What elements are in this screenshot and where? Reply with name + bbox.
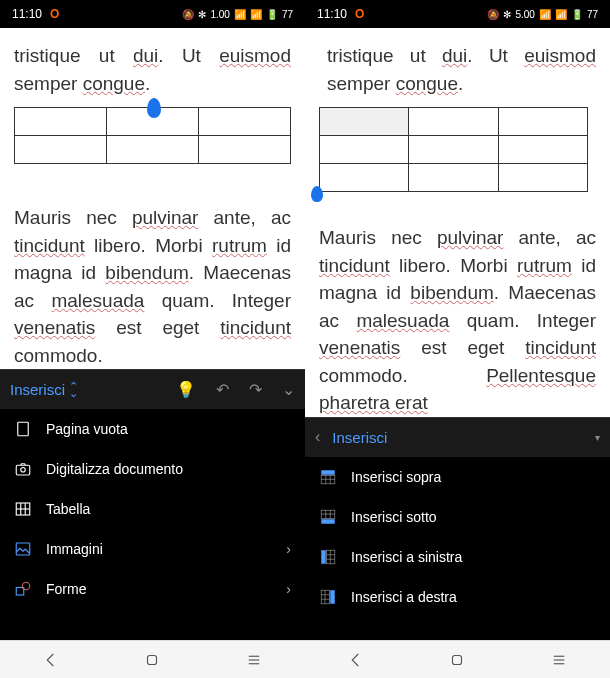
menu-insert-below[interactable]: Inserisci sotto [305,497,610,537]
menu-images[interactable]: Immagini › [0,529,305,569]
svg-rect-1 [16,466,30,476]
status-time: 11:10 [12,7,42,21]
svg-rect-10 [148,655,157,664]
status-bar: 11:10 O 🔕✻5.00📶📶🔋77 [305,0,610,28]
document-body[interactable]: Mauris nec pulvinar ante, ac tincidunt l… [0,172,305,369]
nav-bar [305,640,610,678]
toolbar-tab-insert[interactable]: Inserisci ⌃⌄ [10,381,78,398]
undo-icon[interactable]: ↶ [216,380,229,399]
doc-paragraph-1[interactable]: tristique ut dui. Ut euismod semper cong… [14,42,291,97]
toolbar-tab-insert[interactable]: Inserisci [332,429,387,446]
nav-back-icon[interactable] [347,651,365,669]
nav-home-icon[interactable] [448,651,466,669]
menu-scan-document[interactable]: Digitalizza documento [0,449,305,489]
table-insert-menu: Inserisci sopra Inserisci sotto Inserisc… [305,457,610,640]
svg-rect-0 [18,423,29,437]
collapse-icon[interactable]: ⌄ [282,380,295,399]
nav-back-icon[interactable] [42,651,60,669]
menu-insert-left[interactable]: Inserisci a sinistra [305,537,610,577]
svg-rect-14 [321,470,335,475]
toolbar: ‹ Inserisci ▾ [305,417,610,457]
insert-col-left-icon [319,548,337,566]
back-icon[interactable]: ‹ [315,428,320,446]
nav-recent-icon[interactable] [245,651,263,669]
nav-recent-icon[interactable] [550,651,568,669]
nav-bar [0,640,305,678]
doc-paragraph-2[interactable]: Mauris nec pulvinar ante, ac tincidunt l… [14,204,291,369]
doc-table[interactable] [319,107,588,192]
svg-rect-34 [453,655,462,664]
hint-icon[interactable]: 💡 [176,380,196,399]
cursor-handle-icon[interactable] [147,98,161,118]
nav-home-icon[interactable] [143,651,161,669]
doc-paragraph-1[interactable]: tristique ut dui. Ut euismod semper cong… [327,42,596,97]
phone-left: 11:10 O 🔕✻1.00📶📶🔋77 tristique ut dui. Ut… [0,0,305,678]
document-body[interactable]: Mauris nec pulvinar ante, ac tincidunt l… [305,200,610,417]
insert-col-right-icon [319,588,337,606]
collapse-icon[interactable]: ▾ [595,432,600,443]
cursor-handle-icon[interactable] [311,186,323,202]
menu-blank-page[interactable]: Pagina vuota [0,409,305,449]
toolbar: Inserisci ⌃⌄ 💡 ↶ ↷ ⌄ [0,369,305,409]
menu-insert-right[interactable]: Inserisci a destra [305,577,610,617]
status-bar: 11:10 O 🔕✻1.00📶📶🔋77 [0,0,305,28]
status-badge: O [50,7,59,21]
svg-rect-24 [321,550,326,564]
svg-point-9 [22,583,30,591]
camera-icon [14,460,32,478]
redo-icon[interactable]: ↷ [249,380,262,399]
status-icons: 🔕✻1.00📶📶🔋77 [182,9,293,20]
svg-rect-29 [330,590,335,604]
phone-right: 11:10 O 🔕✻5.00📶📶🔋77 tristique ut dui. Ut… [305,0,610,678]
shapes-icon [14,580,32,598]
status-badge: O [355,7,364,21]
document-area[interactable]: tristique ut dui. Ut euismod semper cong… [0,28,305,172]
menu-table[interactable]: Tabella [0,489,305,529]
menu-shapes[interactable]: Forme › [0,569,305,609]
image-icon [14,540,32,558]
chevron-updown-icon: ⌃⌄ [69,383,78,396]
chevron-right-icon: › [286,541,291,557]
document-area[interactable]: tristique ut dui. Ut euismod semper cong… [305,28,610,200]
doc-paragraph-2[interactable]: Mauris nec pulvinar ante, ac tincidunt l… [319,224,596,417]
menu-insert-above[interactable]: Inserisci sopra [305,457,610,497]
svg-rect-7 [16,543,30,555]
insert-menu: Pagina vuota Digitalizza documento Tabel… [0,409,305,640]
chevron-right-icon: › [286,581,291,597]
status-time: 11:10 [317,7,347,21]
page-icon [14,420,32,438]
table-icon [14,500,32,518]
svg-point-2 [21,468,26,473]
svg-rect-19 [321,519,335,524]
insert-row-above-icon [319,468,337,486]
insert-row-below-icon [319,508,337,526]
status-icons: 🔕✻5.00📶📶🔋77 [487,9,598,20]
